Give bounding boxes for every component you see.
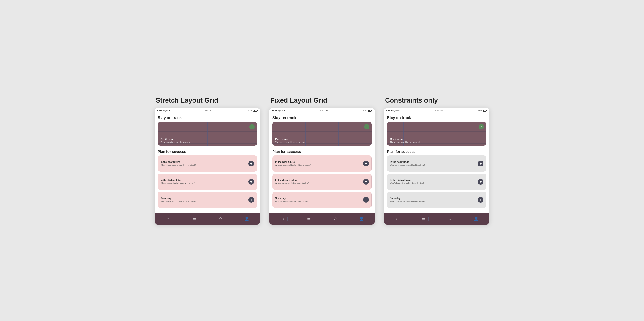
stay-on-track-label: Stay on track <box>158 116 257 120</box>
profile-tab[interactable]: 👤 <box>242 215 252 222</box>
chat-tab-icon: ◇ <box>448 216 451 221</box>
chat-tab-icon: ◇ <box>219 216 222 221</box>
grid-col-4 <box>454 122 470 146</box>
status-time: 9:42 AM <box>435 110 443 112</box>
battery-icon <box>482 110 487 112</box>
battery-icon <box>368 110 372 112</box>
stay-on-track-label: Stay on track <box>387 116 486 120</box>
plan-card-sub-1: What's happening further down the line? <box>160 182 246 184</box>
home-tab-icon: ⌂ <box>396 217 398 221</box>
grid-col-3 <box>322 122 339 146</box>
home-tab[interactable]: ⌂ <box>163 215 173 222</box>
grid-col-2 <box>420 122 437 146</box>
plan-card-plus-button-2[interactable]: + <box>478 197 484 203</box>
battery-percent: 42% <box>248 110 252 112</box>
hero-text: Do it now There's no time like the prese… <box>390 138 420 143</box>
status-time: 9:42 AM <box>206 110 213 112</box>
chat-tab[interactable]: ◇ <box>330 215 340 222</box>
home-tab[interactable]: ⌂ <box>392 215 402 222</box>
plan-card-content-1: In the distant future What's happening f… <box>158 177 248 186</box>
list-tab-icon: ☰ <box>307 216 310 221</box>
status-time: 9:42 AM <box>320 110 328 112</box>
profile-tab-icon: 👤 <box>359 216 364 221</box>
section-constraints: Constraints only Figma ▾ 9:42 AM 42% Sta… <box>384 97 489 225</box>
list-tab-icon: ☰ <box>192 216 196 221</box>
hero-title: Do it now <box>390 138 420 141</box>
profile-tab-icon: 👤 <box>244 216 249 221</box>
plan-card-content-2: Someday What do you need to start thinki… <box>272 195 363 204</box>
plan-card-plus-button-2[interactable]: + <box>248 197 254 203</box>
wifi-icon: ▾ <box>398 110 400 112</box>
list-tab[interactable]: ☰ <box>304 215 314 222</box>
plan-card-2: Someday What do you need to start thinki… <box>387 192 486 208</box>
plan-card-sub-1: What's happening further down the line? <box>275 182 360 184</box>
chat-tab[interactable]: ◇ <box>216 215 225 222</box>
hero-text: Do it now There's no time like the prese… <box>160 138 190 143</box>
plan-card-0: In the near future What do you need to s… <box>387 156 486 172</box>
battery-percent: 42% <box>478 110 482 112</box>
signal-dots <box>157 110 162 111</box>
plan-card-1: In the distant future What's happening f… <box>158 174 257 190</box>
profile-tab[interactable]: 👤 <box>471 215 481 222</box>
section-title-stretch: Stretch Layout Grid <box>155 97 260 104</box>
grid-col-4 <box>224 122 241 146</box>
plan-card-content-0: In the near future What do you need to s… <box>387 159 478 168</box>
plan-card-1: In the distant future What's happening f… <box>272 174 372 190</box>
home-tab[interactable]: ⌂ <box>278 215 287 222</box>
plan-card-1: In the distant future What's happening f… <box>387 174 486 190</box>
plan-card-sub-0: What do you need to start thinking about… <box>160 164 246 166</box>
plan-card-plus-button-1[interactable]: + <box>248 179 254 184</box>
grid-col-2 <box>306 122 322 146</box>
grid-col-5 <box>241 122 257 146</box>
phone-frame-stretch: Figma ▾ 9:42 AM 42% Stay on track Do it … <box>155 108 260 225</box>
list-tab[interactable]: ☰ <box>419 215 428 222</box>
home-tab-icon: ⌂ <box>167 217 169 221</box>
plan-card-plus-button-0[interactable]: + <box>248 161 254 166</box>
hero-card: Do it now There's no time like the prese… <box>158 122 257 146</box>
plan-card-content-1: In the distant future What's happening f… <box>387 177 478 186</box>
tab-bar: ⌂☰◇👤 <box>155 213 260 225</box>
hero-card: Do it now There's no time like the prese… <box>272 122 372 146</box>
plan-card-plus-button-0[interactable]: + <box>363 161 369 166</box>
section-title-fixed: Fixed Layout Grid <box>270 97 374 104</box>
status-left: Figma ▾ <box>386 110 400 112</box>
plan-card-plus-button-1[interactable]: + <box>478 179 484 184</box>
grid-col-5 <box>356 122 372 146</box>
plan-card-2: Someday What do you need to start thinki… <box>272 192 372 208</box>
profile-tab[interactable]: 👤 <box>357 215 366 222</box>
plan-card-label-1: In the distant future <box>390 179 475 181</box>
plan-for-success-label: Plan for success <box>272 150 372 154</box>
app-name: Figma <box>163 110 168 112</box>
list-tab[interactable]: ☰ <box>190 215 199 222</box>
plan-card-plus-button-0[interactable]: + <box>478 161 484 166</box>
plan-card-label-2: Someday <box>160 197 246 200</box>
chat-tab-icon: ◇ <box>334 216 336 221</box>
hero-title: Do it now <box>160 138 190 141</box>
battery-percent: 42% <box>363 110 367 112</box>
signal-dots <box>272 110 277 111</box>
plan-card-label-0: In the near future <box>160 161 246 163</box>
home-tab-icon: ⌂ <box>282 217 284 221</box>
plan-card-content-0: In the near future What do you need to s… <box>272 159 363 168</box>
app-name: Figma <box>278 110 283 112</box>
plan-card-0: In the near future What do you need to s… <box>158 156 257 172</box>
hero-checkmark: ✓ <box>250 124 255 130</box>
profile-tab-icon: 👤 <box>474 216 478 221</box>
plan-card-label-1: In the distant future <box>160 179 246 181</box>
plan-card-plus-button-2[interactable]: + <box>363 197 369 203</box>
plan-card-label-2: Someday <box>275 197 360 200</box>
status-bar: Figma ▾ 9:42 AM 42% <box>384 108 489 113</box>
grid-col-2 <box>191 122 208 146</box>
status-right: 42% <box>363 110 372 112</box>
outer-container: Stretch Layout Grid Figma ▾ 9:42 AM 42% … <box>155 97 489 225</box>
grid-col-4 <box>339 122 356 146</box>
phone-content: Stay on track Do it now There's no time … <box>270 113 374 210</box>
plan-card-label-1: In the distant future <box>275 179 360 181</box>
plan-card-sub-2: What do you need to start thinking about… <box>160 200 246 202</box>
plan-card-content-2: Someday What do you need to start thinki… <box>158 195 248 204</box>
hero-subtitle: There's no time like the present <box>160 141 190 143</box>
chat-tab[interactable]: ◇ <box>445 215 454 222</box>
app-name: Figma <box>392 110 398 112</box>
plan-card-content-1: In the distant future What's happening f… <box>272 177 363 186</box>
plan-card-plus-button-1[interactable]: + <box>363 179 369 184</box>
